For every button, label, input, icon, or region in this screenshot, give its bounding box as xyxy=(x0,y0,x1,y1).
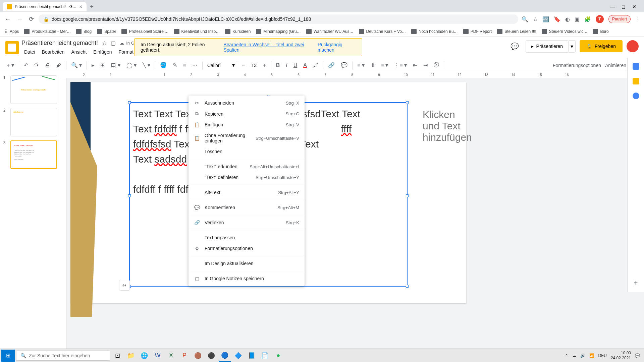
fit-text-icon[interactable]: ⇔ xyxy=(119,280,130,291)
present-dropdown[interactable]: ▾ xyxy=(569,40,576,53)
tasks-icon[interactable] xyxy=(633,93,639,99)
context-menu-item[interactable]: 📋EinfügenStrg+V xyxy=(189,119,305,130)
browser-profile-avatar[interactable]: T xyxy=(596,15,604,23)
context-menu-item[interactable]: 🔗VerlinkenStrg+K xyxy=(189,217,305,228)
file-explorer-icon[interactable]: 📁 xyxy=(125,350,137,362)
zoom-icon[interactable]: 🔍 xyxy=(522,16,528,22)
close-tab-icon[interactable]: ✕ xyxy=(79,4,83,9)
font-size-input[interactable]: 13 xyxy=(249,63,259,68)
present-button[interactable]: ▸Präsentieren xyxy=(526,40,569,53)
context-menu-item[interactable]: ⚙Formatierungsoptionen xyxy=(189,243,305,254)
line-icon[interactable]: ╲ ▾ xyxy=(140,60,153,70)
close-window-icon[interactable]: ✕ xyxy=(632,4,636,9)
powerpoint-icon[interactable]: P xyxy=(178,350,191,362)
menu-insert[interactable]: Einfügen xyxy=(91,48,114,56)
increase-font-icon[interactable]: + xyxy=(260,60,269,70)
slide-thumbnail-2[interactable]: sjöviköping xyxy=(10,108,57,136)
tray-chevron-icon[interactable]: ⌃ xyxy=(565,353,568,358)
border-weight-icon[interactable]: ≡ xyxy=(180,60,189,70)
maximize-icon[interactable]: ◻ xyxy=(622,4,626,9)
bookmark-item[interactable]: Mindmapping (Gru… xyxy=(256,29,301,34)
extension2-icon[interactable]: ▣ xyxy=(575,16,580,22)
decrease-indent-icon[interactable]: ⇤ xyxy=(410,60,420,70)
volume-icon[interactable]: 🔊 xyxy=(580,353,585,358)
minimize-icon[interactable]: — xyxy=(610,4,615,9)
edge2-icon[interactable]: 🔷 xyxy=(232,350,244,362)
bookmark-item[interactable]: Kreativität und Insp… xyxy=(174,29,220,34)
extension-icon[interactable]: 🔖 xyxy=(554,16,560,22)
move-icon[interactable]: ▢ xyxy=(111,40,116,46)
bookmark-item[interactable]: Steuern Videos wic… xyxy=(542,29,588,34)
context-menu-item[interactable]: ⧉KopierenStrg+C xyxy=(189,108,305,119)
onedrive-icon[interactable]: ☁ xyxy=(572,353,576,358)
link-icon[interactable]: 🔗 xyxy=(325,60,337,70)
bookmark-item[interactable]: Produktsuche - Mer… xyxy=(24,29,71,34)
resize-handle[interactable] xyxy=(128,101,131,104)
share-button[interactable]: 🔒Freigeben xyxy=(580,40,623,52)
resize-handle[interactable] xyxy=(128,194,131,197)
task-view-icon[interactable]: ⊡ xyxy=(111,350,123,362)
context-menu-item[interactable]: "Text" definierenStrg+Umschalttaste+Y xyxy=(189,172,305,183)
sync-paused-button[interactable]: Pausiert xyxy=(608,15,631,23)
numbered-list-icon[interactable]: ≡ ▾ xyxy=(378,60,391,70)
format-options-button[interactable]: Formatierungsoptionen xyxy=(553,63,601,68)
align-icon[interactable]: ≡ ▾ xyxy=(355,60,367,70)
bookmark-item[interactable]: Deutsche Kurs + Vo… xyxy=(359,29,406,34)
bookmark-item[interactable]: Steuern Lesen !!!! xyxy=(497,29,536,34)
resize-handle[interactable] xyxy=(406,194,409,197)
border-color-icon[interactable]: ✎ xyxy=(170,60,180,70)
notifications-icon[interactable]: 💬 xyxy=(635,353,640,358)
fill-color-icon[interactable]: 🪣 xyxy=(157,60,169,70)
bookmark-apps[interactable]: ⠿Apps xyxy=(5,29,19,34)
wifi-icon[interactable]: 📶 xyxy=(589,353,594,358)
excel-icon[interactable]: X xyxy=(165,350,177,362)
text-color-icon[interactable]: A xyxy=(301,60,310,70)
star-icon[interactable]: ☆ xyxy=(102,40,107,46)
app-icon[interactable]: 🟤 xyxy=(192,350,204,362)
spotify-icon[interactable]: ● xyxy=(272,350,284,362)
resize-handle[interactable] xyxy=(406,285,409,288)
bulleted-list-icon[interactable]: ⋮≡ ▾ xyxy=(391,60,410,70)
menu-edit[interactable]: Bearbeiten xyxy=(39,48,67,56)
highlight-icon[interactable]: 🖍 xyxy=(310,60,321,70)
new-slide-button[interactable]: + ▾ xyxy=(4,60,17,70)
bookmark-item[interactable]: Später xyxy=(97,29,116,34)
image-icon[interactable]: 🖼 ▾ xyxy=(108,60,123,70)
translate-icon[interactable]: 🔤 xyxy=(542,16,549,22)
context-menu-item[interactable]: ▢In Google Notizen speichern xyxy=(189,273,305,284)
new-tab-button[interactable]: + xyxy=(87,1,97,12)
chrome-icon[interactable]: 🔵 xyxy=(219,350,231,362)
select-tool-icon[interactable]: ▸ xyxy=(89,60,97,70)
context-menu-item[interactable]: 📋Ohne Formatierung einfügenStrg+Umschalt… xyxy=(189,130,305,146)
print-icon[interactable]: 🖨 xyxy=(42,60,53,70)
paint-format-icon[interactable]: 🖌 xyxy=(53,60,64,70)
obs-icon[interactable]: ⚫ xyxy=(205,350,217,362)
placeholder-textbox[interactable]: Klicken und Text hinzufügen xyxy=(423,109,472,143)
underline-icon[interactable]: U xyxy=(291,60,300,70)
calendar-icon[interactable] xyxy=(633,63,639,70)
textbox-icon[interactable]: ⊞ xyxy=(98,60,107,70)
animate-button[interactable]: Animieren xyxy=(605,63,626,68)
italic-icon[interactable]: I xyxy=(283,60,290,70)
comments-icon[interactable]: 💬 xyxy=(508,40,522,53)
slide-thumbnail-1[interactable]: Präsentieren leicht gemacht! xyxy=(10,75,57,104)
bold-icon[interactable]: B xyxy=(273,60,283,70)
increase-indent-icon[interactable]: ⇥ xyxy=(421,60,430,70)
extensions-menu-icon[interactable]: 🧩 xyxy=(584,16,591,22)
slide-thumbnail-3[interactable]: Erste Folie - Beispiel Text Text Text Te… xyxy=(10,140,57,169)
keep-icon[interactable] xyxy=(633,78,639,84)
context-menu-item[interactable]: Löschen xyxy=(189,146,305,157)
clear-format-icon[interactable]: Ⓧ xyxy=(431,60,442,71)
redo-icon[interactable]: ↷ xyxy=(32,60,41,70)
context-menu-item[interactable]: Alt-TextStrg+Alt+Y xyxy=(189,187,305,198)
start-button[interactable]: ⊞ xyxy=(1,350,15,362)
bookmark-item[interactable]: Kursideen xyxy=(225,29,251,34)
font-family-select[interactable]: Calibri xyxy=(205,61,231,69)
decrease-font-icon[interactable]: − xyxy=(239,60,248,70)
menu-format[interactable]: Format xyxy=(116,48,136,56)
language-indicator[interactable]: DEU xyxy=(598,353,607,358)
undo-icon[interactable]: ↶ xyxy=(21,60,31,70)
browser-menu-icon[interactable]: ⋮ xyxy=(635,16,641,22)
star-bookmark-icon[interactable]: ☆ xyxy=(533,16,538,22)
menu-view[interactable]: Ansicht xyxy=(68,48,89,56)
